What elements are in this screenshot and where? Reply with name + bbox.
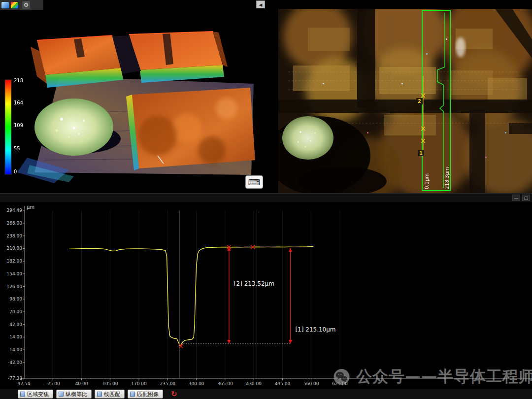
y-tick-label: 294.49: [7, 208, 23, 213]
keyboard-button[interactable]: ⌨: [245, 175, 263, 189]
button-label: 纵横等比: [66, 391, 87, 398]
microscope-app-window: ⚙ ◀: [0, 0, 532, 399]
x-tick-label: 625.00: [332, 381, 348, 386]
2d-highlight: [456, 37, 466, 57]
button-label: 线匹配: [104, 391, 120, 398]
3d-block-top-right: [129, 32, 228, 83]
profile-chart-area[interactable]: 294.49266.00238.00210.00182.00154.00126.…: [0, 202, 532, 389]
y-tick-label: 266.00: [7, 221, 23, 226]
3d-slab-bottom-right: [126, 88, 255, 170]
roi-height-label: 218.3μm: [444, 167, 450, 189]
measure-point-2-label[interactable]: 2: [418, 99, 421, 104]
axis-unit-label: μm: [27, 204, 34, 210]
app-icon-color[interactable]: [11, 2, 18, 8]
profile-window-titlebar: — □: [0, 193, 532, 202]
y-tick-label: 182.00: [7, 259, 23, 264]
region-zoom-icon: [20, 392, 25, 397]
line-match-icon: [97, 392, 102, 397]
line-match-button[interactable]: 线匹配: [95, 390, 125, 399]
roi-width-label: 0.1μm: [424, 173, 430, 189]
aspect-equal-icon: [59, 392, 64, 397]
x-tick-label: -92.54: [16, 381, 30, 386]
y-tick-label: 238.00: [7, 233, 23, 238]
x-tick-label: 430.00: [246, 381, 262, 386]
y-tick-label: 126.00: [7, 284, 23, 289]
app-icon-blue[interactable]: [1, 2, 9, 8]
3d-block-top-left: [31, 35, 123, 88]
x-tick-label: 495.00: [275, 381, 291, 386]
profile-toolbar: 区域变焦 纵横等比 线匹配 匹配图像 ↻: [0, 389, 532, 399]
surface-3d-render: 218 164 109 55 0: [0, 10, 268, 193]
x-tick-label: 40.00: [75, 381, 88, 386]
y-tick-label: 42.00: [9, 322, 22, 327]
y-tick-label: -14.00: [8, 347, 22, 352]
x-tick-label: 560.00: [303, 381, 319, 386]
y-tick-label: 154.00: [7, 271, 23, 276]
y-tick-label: -42.00: [8, 360, 22, 365]
profile-trace: [69, 247, 313, 346]
measure-label: [2] 213.52μm: [234, 280, 274, 287]
x-tick-label: 365.00: [217, 381, 233, 386]
maximize-button[interactable]: □: [522, 195, 530, 201]
y-tick-label: -77.38: [8, 376, 22, 381]
colorbar-label: 218: [14, 78, 23, 83]
y-tick-label: 98.00: [9, 297, 22, 301]
colorbar-label: 0: [14, 169, 17, 174]
match-image-button[interactable]: 匹配图像: [128, 390, 163, 399]
colorbar-label: 109: [14, 123, 23, 128]
gear-icon[interactable]: ⚙: [22, 1, 30, 9]
minimize-button[interactable]: —: [512, 195, 520, 201]
colorbar-label: 164: [14, 100, 23, 105]
microscope-2d-panel[interactable]: 2 1 0.1μm 218.3μm: [278, 9, 532, 193]
measure-point-1-label[interactable]: 1: [419, 150, 423, 156]
surface-3d-panel[interactable]: 218 164 109 55 0 ⌨: [0, 10, 268, 193]
titlebar-icon-strip: ⚙: [0, 0, 43, 10]
profile-chart[interactable]: 294.49266.00238.00210.00182.00154.00126.…: [0, 202, 532, 389]
button-label: 匹配图像: [137, 391, 159, 398]
y-tick-label: 210.00: [7, 246, 23, 251]
refresh-icon[interactable]: ↻: [171, 390, 177, 399]
x-tick-label: 235.00: [160, 381, 176, 386]
x-tick-label: -25.00: [46, 381, 60, 386]
microscope-2d-view: 2 1 0.1μm 218.3μm: [278, 9, 532, 193]
x-tick-label: 105.00: [102, 381, 118, 386]
match-image-icon: [130, 392, 135, 397]
collapse-panel-button[interactable]: ◀: [256, 0, 265, 8]
x-tick-label: 300.00: [189, 381, 204, 386]
measure-label: [1] 215.10μm: [295, 326, 335, 333]
aspect-equal-button[interactable]: 纵横等比: [56, 390, 92, 399]
y-tick-label: 70.00: [9, 309, 22, 314]
x-tick-label: 170.00: [131, 381, 147, 386]
button-label: 区域变焦: [27, 391, 49, 398]
y-tick-label: 14.00: [9, 334, 22, 339]
region-zoom-button[interactable]: 区域变焦: [18, 390, 53, 399]
colorbar-label: 55: [14, 146, 20, 151]
